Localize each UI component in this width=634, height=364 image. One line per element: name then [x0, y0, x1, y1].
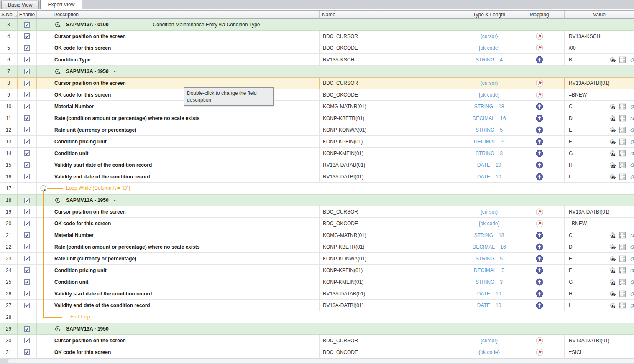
link-icon[interactable]	[630, 173, 634, 180]
type-length-cell[interactable]: DECIMAL16	[464, 241, 514, 252]
table-row[interactable]: 28End loop	[0, 311, 634, 323]
table-row[interactable]: 11Rate (condition amount or percentage) …	[0, 112, 634, 124]
row-number[interactable]: 21	[0, 229, 18, 241]
formula-fx-icon[interactable]: fx	[609, 290, 616, 297]
upload-arrow-icon[interactable]	[536, 302, 543, 309]
mapping-list-icon[interactable]: 12	[619, 279, 626, 285]
enable-cell[interactable]	[18, 124, 37, 135]
row-number[interactable]: 17	[0, 183, 18, 194]
row-number[interactable]: 10	[0, 101, 18, 112]
row-number[interactable]: 5	[0, 42, 18, 53]
enable-checkbox[interactable]	[24, 57, 30, 62]
field-description-cell[interactable]: Condition unit	[51, 276, 320, 288]
value-text[interactable]: G	[569, 150, 573, 156]
enable-checkbox[interactable]	[24, 209, 30, 214]
enable-cell[interactable]	[18, 101, 37, 112]
enable-cell[interactable]	[18, 300, 37, 311]
link-icon[interactable]	[630, 103, 634, 110]
column-header-name[interactable]: Name	[320, 11, 464, 18]
row-number[interactable]: 14	[0, 148, 18, 159]
enable-checkbox[interactable]	[24, 33, 30, 39]
type-length-cell[interactable]: DATE10	[464, 288, 514, 299]
value-cell[interactable]: RV13A-DATBI(01)	[565, 335, 634, 346]
field-description-cell[interactable]: Cursor position on the screen	[51, 335, 320, 346]
type-length-cell[interactable]: STRING5	[464, 124, 514, 135]
field-description-cell[interactable]: Condition pricing unit	[51, 265, 320, 276]
type-length-cell[interactable]: {ok code}	[464, 89, 514, 100]
enable-checkbox[interactable]	[24, 326, 30, 332]
row-number[interactable]: 18	[0, 195, 18, 206]
enable-cell[interactable]	[18, 241, 37, 252]
field-description-cell[interactable]: Rate unit (currency or percentage)	[51, 124, 320, 135]
field-name-cell[interactable]: RV13A-KSCHL	[320, 54, 464, 65]
table-row[interactable]: 25Condition unitKONP-KMEIN(01)STRING3Gfx…	[0, 276, 634, 288]
column-header-mapping[interactable]: Mapping	[514, 11, 565, 18]
link-icon[interactable]	[630, 162, 634, 168]
table-row[interactable]: 14Condition unitKONP-KMEIN(01)STRING3Gfx…	[0, 148, 634, 159]
value-cell[interactable]: Hfx12	[565, 159, 634, 171]
mapping-list-icon[interactable]: 12	[619, 244, 626, 250]
type-length-cell[interactable]: {cursor}	[464, 31, 514, 42]
field-name-cell[interactable]: KONP-KBETR(01)	[320, 112, 464, 124]
tab-basic-view[interactable]: Basic View	[1, 1, 39, 9]
field-name-cell[interactable]: BDC_CURSOR	[320, 335, 464, 346]
enable-checkbox[interactable]	[24, 338, 30, 343]
loop-icon[interactable]	[40, 185, 47, 192]
value-cell[interactable]: /00	[565, 42, 634, 53]
field-name-cell[interactable]: KONP-KPEIN(01)	[320, 136, 464, 147]
value-cell[interactable]: =BNEW	[565, 218, 634, 229]
link-icon[interactable]	[630, 56, 634, 63]
pushpin-icon[interactable]	[536, 208, 543, 216]
table-row[interactable]: 23Rate unit (currency or percentage)KONP…	[0, 253, 634, 265]
enable-checkbox[interactable]	[24, 291, 30, 296]
row-number[interactable]: 26	[0, 288, 18, 299]
upload-arrow-icon[interactable]	[536, 138, 543, 145]
upload-arrow-icon[interactable]	[536, 243, 543, 251]
mapping-cell[interactable]	[514, 276, 565, 288]
enable-cell[interactable]	[18, 148, 37, 159]
enable-checkbox[interactable]	[24, 244, 30, 249]
value-text[interactable]: =BNEW	[569, 92, 587, 98]
field-name-cell[interactable]: RV13A-DATBI(01)	[320, 171, 464, 182]
mapping-cell[interactable]	[514, 300, 565, 311]
field-description-cell[interactable]: Rate unit (currency or percentage)	[51, 253, 320, 264]
value-cell[interactable]: Hfx12	[565, 288, 634, 299]
enable-cell[interactable]	[18, 31, 37, 42]
field-description-cell[interactable]: OK code for this screen	[51, 218, 320, 229]
value-cell[interactable]: Gfx12	[565, 276, 634, 288]
table-row[interactable]: 4Cursor position on the screenBDC_CURSOR…	[0, 31, 634, 42]
field-name-cell[interactable]: BDC_CURSOR	[320, 206, 464, 217]
value-text[interactable]: RV13A-KSCHL	[569, 33, 603, 39]
link-icon[interactable]	[630, 127, 634, 133]
row-number[interactable]: 3	[0, 19, 18, 30]
link-icon[interactable]	[630, 115, 634, 122]
type-length-cell[interactable]: DATE10	[464, 159, 514, 171]
enable-checkbox[interactable]	[24, 115, 30, 121]
field-description-cell[interactable]: Cursor position on the screen	[51, 31, 320, 42]
column-header-enable[interactable]: Enable	[18, 11, 37, 18]
row-number[interactable]: 4	[0, 31, 18, 42]
screen-header-cell[interactable]: SAPMV13A - 1950-	[51, 323, 634, 334]
link-icon[interactable]	[630, 279, 634, 285]
type-length-cell[interactable]: {cursor}	[464, 78, 514, 89]
value-text[interactable]: F	[569, 267, 572, 273]
enable-checkbox[interactable]	[24, 139, 30, 144]
field-name-cell[interactable]: KONP-KPEIN(01)	[320, 265, 464, 276]
value-cell[interactable]: =SICH	[565, 346, 634, 358]
mapping-cell[interactable]	[514, 241, 565, 252]
enable-checkbox[interactable]	[24, 349, 30, 355]
screen-header-cell[interactable]: SAPMV13A - 0100-Condition Maintenance En…	[51, 19, 634, 30]
type-length-cell[interactable]: STRING5	[464, 253, 514, 264]
enable-cell[interactable]	[18, 66, 37, 77]
mapping-cell[interactable]	[514, 229, 565, 241]
link-icon[interactable]	[630, 290, 634, 297]
field-description-cell[interactable]: Condition pricing unit	[51, 136, 320, 147]
table-row[interactable]: 31OK code for this screenBDC_OKCODE{ok c…	[0, 346, 634, 358]
enable-cell[interactable]	[18, 335, 37, 346]
horizontal-scrollbar-thumb[interactable]	[8, 359, 634, 363]
value-cell[interactable]: RV13A-DATBI(01)	[565, 206, 634, 217]
enable-cell[interactable]	[18, 78, 37, 89]
enable-checkbox[interactable]	[24, 267, 30, 273]
link-icon[interactable]	[630, 255, 634, 262]
row-number[interactable]: 23	[0, 253, 18, 264]
